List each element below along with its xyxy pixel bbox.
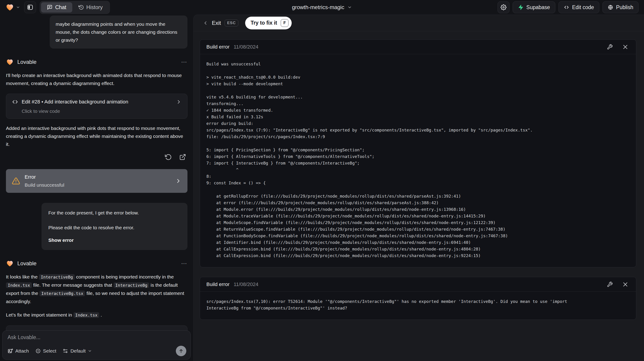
assistant-paragraph: Added an interactive background with pin… xyxy=(6,124,188,148)
project-name-menu[interactable]: growth-metrics-magic xyxy=(292,4,352,10)
chevron-down-icon xyxy=(348,5,352,9)
image-attach-icon xyxy=(8,348,13,354)
exit-button[interactable]: Exit ESC xyxy=(203,19,238,26)
refresh-icon xyxy=(165,154,172,160)
text-segment: It looks like the xyxy=(6,274,39,279)
build-error-header: Build error 11/08/2024 xyxy=(200,277,636,292)
build-log: src/pages/Index.tsx(7,10): error TS2614:… xyxy=(200,292,636,320)
sidebar-toggle-button[interactable] xyxy=(24,1,36,13)
inline-code: Index.tsx xyxy=(74,312,100,318)
code-icon xyxy=(564,4,569,10)
assistant-paragraph: I'll help create an interactive backgrou… xyxy=(6,71,188,87)
tab-history-label: History xyxy=(86,4,103,10)
text-segment: file. The error message suggests that xyxy=(32,282,114,288)
gear-icon xyxy=(500,4,506,10)
wrench-icon xyxy=(607,282,613,287)
error-card-subtitle: Build unsuccessful xyxy=(25,182,64,188)
error-card[interactable]: Error Build unsuccessful xyxy=(6,169,188,193)
more-menu-icon[interactable]: ⋯ xyxy=(181,58,188,66)
publish-label: Publish xyxy=(616,4,633,10)
chevron-down-icon xyxy=(88,349,92,353)
assistant-name: Lovable xyxy=(17,59,36,65)
inline-code: Index.tsx xyxy=(6,282,32,288)
composer: Attach Select Default xyxy=(2,331,191,360)
build-error-panel-1: Build error 11/08/2024 Build was unsucce… xyxy=(200,39,636,267)
sliders-icon xyxy=(63,348,68,354)
warning-triangle-icon xyxy=(12,177,20,185)
tab-history[interactable]: History xyxy=(72,2,109,12)
build-error-panel-2: Build error 11/08/2024 src/pages/Index.t… xyxy=(200,277,636,320)
error-view-header: Exit ESC Try to fix it F xyxy=(194,15,644,31)
edit-code-button[interactable]: Edit code xyxy=(558,1,599,13)
fix-wrench-button[interactable] xyxy=(606,43,614,51)
supabase-label: Supabase xyxy=(526,4,550,10)
fix-wrench-button[interactable] xyxy=(606,280,614,289)
assistant-paragraph: It looks like the InteractiveBg componen… xyxy=(6,273,188,305)
mode-label: Default xyxy=(70,348,86,354)
restore-button[interactable] xyxy=(163,152,173,162)
chat-bubble-icon xyxy=(47,4,52,10)
lovable-heart-icon xyxy=(6,260,14,267)
close-button[interactable] xyxy=(621,43,630,51)
f-shortcut-badge: F xyxy=(281,19,288,27)
inline-code: InteractiveBg xyxy=(114,282,149,288)
send-button[interactable] xyxy=(176,346,186,356)
topbar: Chat History growth-metrics-magic Supaba… xyxy=(0,0,644,14)
arrow-up-icon xyxy=(178,348,184,354)
text-segment: . xyxy=(99,312,102,318)
lovable-heart-icon xyxy=(6,58,14,66)
more-menu-icon[interactable]: ⋯ xyxy=(181,260,188,267)
globe-icon xyxy=(608,4,613,10)
target-icon xyxy=(35,348,41,354)
try-to-fix-button[interactable]: Try to fix it F xyxy=(245,17,292,29)
open-preview-button[interactable] xyxy=(178,152,188,162)
wrench-icon xyxy=(607,44,613,50)
build-error-title: Build error xyxy=(206,282,230,287)
tab-chat-label: Chat xyxy=(55,4,66,10)
close-icon xyxy=(622,282,628,287)
error-view-body: Build error 11/08/2024 Build was unsucce… xyxy=(194,31,644,320)
chat-input[interactable] xyxy=(8,334,186,341)
select-button[interactable]: Select xyxy=(35,348,56,354)
text-segment: Let's fix the import statement in xyxy=(6,312,74,318)
build-log: Build was unsuccessful > vite_react_shad… xyxy=(200,54,636,267)
text-segment: component is being imported incorrectly … xyxy=(75,274,174,279)
edit-card-title: Edit #28 • Add interactive background an… xyxy=(22,99,128,105)
mode-dropdown[interactable]: Default xyxy=(63,348,92,354)
publish-button[interactable]: Publish xyxy=(602,1,638,13)
chat-panel: maybe diagramming points and when you mo… xyxy=(0,14,192,361)
chevron-left-icon xyxy=(203,20,208,26)
history-icon xyxy=(78,4,84,10)
edit-card-28[interactable]: Edit #28 • Add interactive background an… xyxy=(6,94,188,119)
code-icon xyxy=(12,98,18,105)
close-button[interactable] xyxy=(621,280,630,289)
edit-card-subtitle: Click to view code xyxy=(22,108,182,114)
user-message-text: Please edit the code to resolve the erro… xyxy=(48,224,180,232)
chevron-right-icon xyxy=(175,178,182,184)
user-message: maybe diagramming points and when you mo… xyxy=(50,15,188,48)
error-view-panel: Exit ESC Try to fix it F Build error 11/… xyxy=(194,14,644,361)
supabase-button[interactable]: Supabase xyxy=(513,1,555,13)
assistant-header: Lovable ⋯ xyxy=(6,260,188,267)
tab-chat[interactable]: Chat xyxy=(41,2,72,12)
chat-history-switch: Chat History xyxy=(40,1,110,14)
user-message-text: maybe diagramming points and when you mo… xyxy=(56,21,177,43)
select-label: Select xyxy=(43,348,56,354)
close-icon xyxy=(622,44,628,50)
lovable-logo-menu[interactable] xyxy=(6,3,20,12)
project-name: growth-metrics-magic xyxy=(292,4,344,10)
build-error-header: Build error 11/08/2024 xyxy=(200,40,636,54)
inline-code: InteractiveBg xyxy=(39,274,75,280)
try-to-fix-label: Try to fix it xyxy=(250,20,277,26)
exit-label: Exit xyxy=(212,20,221,26)
settings-button[interactable] xyxy=(498,1,510,13)
build-error-title: Build error xyxy=(206,44,230,50)
supabase-icon xyxy=(518,4,523,10)
build-error-date: 11/08/2024 xyxy=(234,282,258,287)
chevron-right-icon xyxy=(176,99,182,105)
composer-toolbar: Attach Select Default xyxy=(8,346,186,356)
show-error-link[interactable]: Show error xyxy=(48,236,180,244)
attach-label: Attach xyxy=(15,348,29,354)
chevron-down-icon xyxy=(16,5,20,9)
attach-button[interactable]: Attach xyxy=(8,348,29,354)
